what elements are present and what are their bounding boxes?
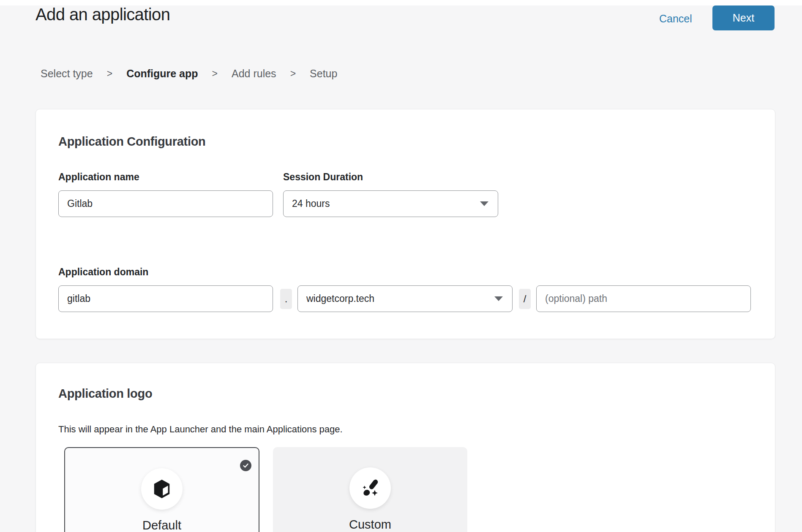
breadcrumb: Select type > Configure app > Add rules … (41, 68, 337, 80)
chevron-down-icon (494, 296, 503, 301)
step-setup[interactable]: Setup (310, 68, 337, 80)
custom-icon-circle (349, 467, 391, 509)
application-name-input[interactable] (58, 190, 273, 217)
logo-option-label: Custom (349, 518, 391, 532)
logo-option-default[interactable]: Default (64, 447, 259, 532)
application-logo-card: Application logo This will appear in the… (35, 363, 775, 532)
cancel-button[interactable]: Cancel (659, 13, 692, 25)
step-add-rules[interactable]: Add rules (232, 68, 276, 80)
config-card-title: Application Configuration (58, 135, 206, 149)
cube-icon (152, 478, 172, 499)
dot-separator-chip: . (280, 289, 292, 309)
session-duration-value: 24 hours (292, 198, 330, 209)
slash-separator-chip: / (519, 289, 531, 309)
default-icon-circle (141, 468, 183, 510)
session-duration-label: Session Duration (283, 171, 363, 183)
application-name-label: Application name (58, 171, 139, 183)
paintbrush-icon (360, 478, 381, 499)
step-configure-app[interactable]: Configure app (126, 68, 198, 80)
next-button[interactable]: Next (712, 5, 775, 30)
application-domain-label: Application domain (58, 266, 148, 278)
breadcrumb-separator: > (290, 68, 296, 79)
selected-check-icon (240, 460, 251, 471)
page-title: Add an application (35, 5, 170, 24)
chevron-down-icon (480, 201, 488, 206)
domain-select[interactable]: widgetcorp.tech (297, 285, 513, 312)
domain-select-value: widgetcorp.tech (306, 293, 374, 304)
logo-option-label: Default (142, 518, 181, 532)
session-duration-select[interactable]: 24 hours (283, 190, 498, 217)
breadcrumb-separator: > (212, 68, 218, 79)
logo-card-title: Application logo (58, 387, 152, 401)
breadcrumb-separator: > (107, 68, 112, 79)
subdomain-input[interactable] (58, 285, 273, 312)
step-select-type[interactable]: Select type (41, 68, 93, 80)
path-input[interactable] (536, 285, 751, 312)
logo-card-description: This will appear in the App Launcher and… (58, 424, 343, 435)
application-configuration-card: Application Configuration Application na… (35, 109, 775, 339)
logo-option-custom[interactable]: Custom (273, 447, 467, 532)
